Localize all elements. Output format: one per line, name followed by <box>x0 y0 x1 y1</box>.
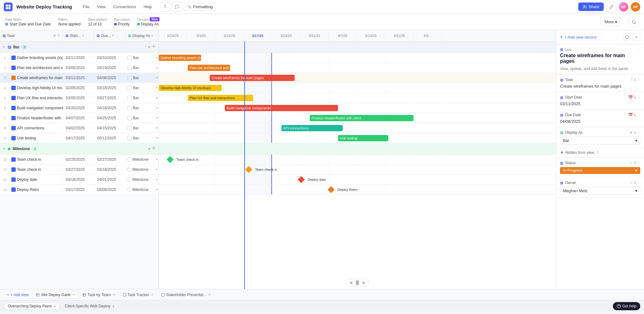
field-due-info-icon[interactable]: ℹ <box>634 113 636 117</box>
nav-view[interactable]: View <box>94 3 109 10</box>
gantt-group-bar <box>159 41 556 53</box>
bar-colors-value[interactable]: Priority <box>114 22 130 26</box>
nav-connections[interactable]: Connections <box>110 3 139 10</box>
col-display-header[interactable]: ▦ Display As ▾ <box>125 30 158 41</box>
panel-close-button[interactable] <box>633 33 640 41</box>
nav-file[interactable]: File <box>80 3 92 10</box>
tab-close-site-deploy[interactable]: ✕ <box>72 293 75 296</box>
add-record-button[interactable]: + + Add new record <box>560 34 621 40</box>
group-bar-chevron[interactable]: ▼ <box>3 45 6 49</box>
bar-colors-label: Bar colors <box>114 18 130 21</box>
field-task-info-icon[interactable]: ℹ <box>634 78 636 82</box>
tab-site-deploy-gantt[interactable]: Site Deploy Gantt ✕ <box>32 291 78 299</box>
date-col-9: 4/21/25 <box>385 30 414 41</box>
more-button[interactable]: More ▾ <box>600 18 621 26</box>
field-task-text-icon[interactable]: T <box>631 78 633 82</box>
tab-task-tracker[interactable]: Task Tracker ✕ <box>119 291 157 299</box>
search-button[interactable] <box>629 17 639 27</box>
table-row: 8 API connections. 04/02/2025 04/15/2025… <box>0 123 158 133</box>
bar-colors-group: Bar colors Priority <box>114 18 130 26</box>
gantt-bar-4[interactable]: Develop high-fidelity UI mockups <box>159 85 222 91</box>
panel-minimize-button[interactable] <box>623 33 631 41</box>
field-status-check-icon[interactable]: ✓ <box>630 161 633 165</box>
gantt-row-6: Build navigation components <box>159 103 556 113</box>
field-task-more-icon[interactable]: ··· <box>637 78 640 82</box>
milestone-13[interactable]: Deploy Retro <box>329 187 358 192</box>
tab-close-task-tracker[interactable]: ✕ <box>151 293 153 296</box>
panel-status-value[interactable]: In Progress ▾ <box>560 167 640 174</box>
gantt-bar-1[interactable]: Gather branding assets (logo, font... <box>159 55 201 61</box>
svg-rect-19 <box>123 293 126 296</box>
panel-display-as-value[interactable]: Bar ▾ <box>560 137 640 144</box>
panel-start-date-value: 03/11/2025 <box>560 101 640 106</box>
field-owner-info-icon[interactable]: ℹ <box>634 181 636 185</box>
panel-field-task: ▦ Task T ℹ ··· Create wireframes for mai… <box>556 74 644 92</box>
field-start-more-icon[interactable]: ··· <box>637 95 640 100</box>
gantt-row-2: Plan site architecture and sitemap <box>159 63 556 73</box>
gantt-row-11: Team check in <box>159 165 556 175</box>
milestone-10[interactable]: Team check in <box>168 157 198 162</box>
date-fields-value[interactable]: ▦ Start Date and Due Date <box>5 22 51 26</box>
group-milestone-chevron[interactable]: ▼ <box>3 147 6 150</box>
svg-rect-0 <box>6 4 8 7</box>
field-display-eye-icon[interactable]: 👁 <box>629 130 633 135</box>
col-due-header[interactable]: ▦ Due... ▾ <box>94 30 125 41</box>
field-status-info-icon[interactable]: ℹ <box>634 161 636 165</box>
help-button[interactable]: Get help <box>613 302 640 310</box>
field-display-info-icon[interactable]: ℹ <box>634 130 636 135</box>
share-button[interactable]: Share <box>578 3 604 11</box>
top-bar: Website Deploy Tracking File View Connec… <box>0 0 644 14</box>
scroll-handle[interactable]: ▐▌ <box>355 280 360 285</box>
gantt-bar-6[interactable]: Build navigation components <box>225 105 338 111</box>
bars-plotted-value[interactable]: 12 of 13 <box>88 22 107 26</box>
field-status-more-icon[interactable]: ··· <box>637 161 640 165</box>
col-task-header[interactable]: ▦ Task ⊕ ✎ <box>0 30 63 41</box>
gantt-bar-9[interactable]: Unit testing <box>338 135 388 141</box>
panel-hidden-toggle[interactable]: ▼ Hidden from view ? <box>560 150 640 155</box>
right-panel: + + Add new record ▦ Task ··· Create wir… <box>556 30 644 289</box>
col-start-header[interactable]: ▦ Start... ▾ <box>63 30 94 41</box>
group-milestone-add[interactable]: + <box>148 146 151 152</box>
gantt-bar-7[interactable]: Finalize header/footer with client <box>310 115 414 121</box>
table-row: 2 Plan site architecture and si... 03/05… <box>0 63 158 73</box>
svg-point-8 <box>632 20 635 23</box>
gantt-bar-2[interactable]: Plan site architecture and sitemap <box>188 65 230 71</box>
nav-client-specific[interactable]: Client-Specific Web Deploy ▾ <box>61 303 118 309</box>
date-col-6: 3/31/25 <box>300 30 329 41</box>
group-milestone-eye[interactable]: 👁 <box>152 146 156 152</box>
groups-group: Groups New Display As <box>137 17 159 26</box>
gantt-bar-5[interactable]: Plan UX flow and interactions <box>188 95 253 101</box>
tab-close-stakeholder[interactable]: ✕ <box>208 293 211 296</box>
formatting-button[interactable]: Formatting <box>184 3 216 11</box>
gantt-bar-3[interactable]: Create wireframes for main pages <box>210 75 295 81</box>
tab-close-task-by-team[interactable]: ✕ <box>113 293 115 296</box>
milestone-12[interactable]: Deploy date <box>299 177 326 182</box>
field-start-cal-icon[interactable]: 📅 <box>628 95 633 100</box>
scroll-right[interactable]: ▶ <box>363 280 365 285</box>
scroll-left[interactable]: ◀ <box>349 280 352 285</box>
group-bar-add[interactable]: + <box>148 44 151 50</box>
field-due-cal-icon[interactable]: 📅 <box>628 113 633 117</box>
tab-stakeholder[interactable]: Stakeholder Presentat... ✕ <box>158 291 214 299</box>
field-owner-check-icon[interactable]: ✓ <box>630 181 633 185</box>
field-owner-more-icon[interactable]: ··· <box>637 181 640 185</box>
nav-overarching[interactable]: Overarching Deploy Plans ▾ <box>4 303 60 310</box>
panel-owner-value[interactable]: Meghan Metz ▾ <box>560 187 640 195</box>
link-icon[interactable] <box>606 2 616 12</box>
nav-help[interactable]: Help <box>140 3 155 10</box>
field-display-more-icon[interactable]: ··· <box>637 130 640 135</box>
chat-icon[interactable] <box>172 2 182 12</box>
add-view-button[interactable]: + + Add view <box>4 291 32 298</box>
field-start-info-icon[interactable]: ℹ <box>634 95 636 100</box>
filters-value[interactable]: None applied <box>58 22 80 26</box>
svg-rect-3 <box>8 7 11 9</box>
milestone-11[interactable]: Team check in <box>246 167 277 172</box>
field-due-more-icon[interactable]: ··· <box>637 113 640 117</box>
cloud-icon[interactable] <box>160 2 170 12</box>
gantt-bar-8[interactable]: API connections. <box>281 125 343 131</box>
group-bar-eye[interactable]: 👁 <box>152 44 156 50</box>
gantt-row-5: Plan UX flow and interactions <box>159 93 556 103</box>
project-title: Website Deploy Tracking <box>16 4 72 9</box>
groups-value[interactable]: Display As <box>137 22 159 26</box>
tab-task-by-team[interactable]: Task by Team ✕ <box>79 291 118 299</box>
